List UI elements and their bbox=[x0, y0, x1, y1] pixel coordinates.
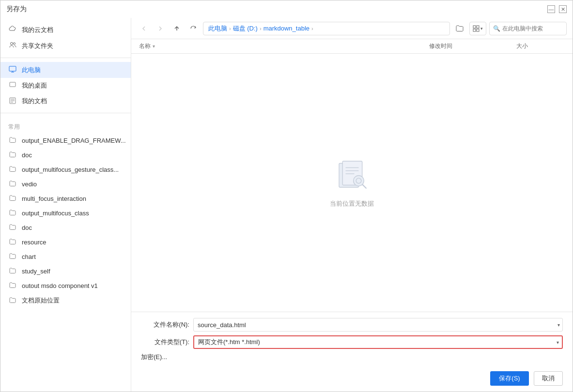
view-dropdown-arrow: ▾ bbox=[480, 26, 483, 31]
sidebar-item-doc2[interactable]: doc bbox=[0, 220, 131, 235]
svg-point-0 bbox=[11, 43, 13, 45]
svg-rect-7 bbox=[473, 29, 476, 31]
col-name: 名称 ▾ bbox=[139, 42, 429, 50]
new-folder-button[interactable] bbox=[453, 22, 466, 35]
svg-rect-6 bbox=[477, 26, 479, 28]
folder-icon-3 bbox=[8, 166, 17, 173]
filename-input-wrapper: ▾ bbox=[193, 318, 563, 332]
sidebar-item-chart[interactable]: chart bbox=[0, 249, 131, 264]
minimize-button[interactable]: — bbox=[547, 5, 555, 13]
sort-icon: ▾ bbox=[153, 44, 155, 49]
filename-label: 文件名称(N): bbox=[141, 320, 189, 329]
search-input[interactable] bbox=[489, 22, 567, 35]
title-buttons: — ✕ bbox=[547, 5, 567, 13]
address-bar[interactable]: 此电脑 › 磁盘 (D:) › markdown_table › bbox=[203, 22, 450, 35]
close-button[interactable]: ✕ bbox=[559, 5, 567, 13]
save-button[interactable]: 保存(S) bbox=[490, 371, 529, 386]
sidebar-item-output-class[interactable]: output_multifocus_class bbox=[0, 206, 131, 220]
cancel-button[interactable]: 取消 bbox=[534, 371, 563, 386]
sidebar-item-shared[interactable]: 共享文件夹 bbox=[0, 38, 131, 54]
filename-input[interactable] bbox=[193, 318, 563, 332]
sidebar-label-output-enable: output_ENABLE_DRAG_FRAMEW... bbox=[22, 137, 126, 144]
back-button[interactable] bbox=[137, 22, 151, 35]
up-button[interactable] bbox=[170, 22, 184, 35]
shared-icon bbox=[8, 41, 17, 50]
pc-icon bbox=[8, 65, 17, 75]
title-bar: 另存为 — ✕ bbox=[0, 0, 573, 18]
empty-state: 当前位置无数据 bbox=[131, 54, 573, 311]
svg-rect-2 bbox=[9, 66, 16, 71]
breadcrumb-sep-1: › bbox=[229, 26, 231, 31]
folder-icon-11 bbox=[8, 282, 17, 289]
folder-icon-10 bbox=[8, 267, 17, 275]
bottom-form: 文件名称(N): ▾ 文件类型(T): 网页文件(*.htm *.html) ▾… bbox=[131, 312, 573, 367]
save-as-dialog: 另存为 — ✕ 我的云文档 bbox=[0, 0, 573, 392]
sidebar-label-output-class: output_multifocus_class bbox=[22, 210, 89, 217]
sidebar-item-output-enable[interactable]: output_ENABLE_DRAG_FRAMEW... bbox=[0, 133, 131, 148]
sidebar-label-outout-msdo: outout msdo component v1 bbox=[22, 282, 98, 289]
column-header: 名称 ▾ 修改时间 大小 bbox=[131, 39, 573, 54]
toolbar: 此电脑 › 磁盘 (D:) › markdown_table › bbox=[131, 18, 573, 39]
sidebar-label-vedio: vedio bbox=[22, 181, 37, 188]
svg-point-1 bbox=[14, 43, 15, 45]
recent-section-label: 常用 bbox=[0, 117, 131, 133]
main-content: 我的云文档 共享文件夹 bbox=[0, 18, 573, 392]
cloud-icon bbox=[8, 25, 17, 34]
sidebar-label-desktop: 我的桌面 bbox=[22, 81, 47, 90]
sidebar-item-vedio[interactable]: vedio bbox=[0, 177, 131, 191]
sidebar-label-doc1: doc bbox=[22, 151, 32, 159]
sidebar-item-original[interactable]: 文档原始位置 bbox=[0, 293, 131, 308]
encrypt-label[interactable]: 加密(E)... bbox=[141, 353, 167, 362]
desktop-icon bbox=[8, 82, 17, 90]
sidebar-item-resource[interactable]: resource bbox=[0, 235, 131, 249]
filetype-select[interactable]: 网页文件(*.htm *.html) ▾ bbox=[193, 335, 563, 349]
sidebar-item-documents[interactable]: 我的文档 bbox=[0, 93, 131, 109]
sidebar-label-multi-focus: multi_focus_interaction bbox=[22, 195, 86, 202]
sidebar-label-documents: 我的文档 bbox=[22, 97, 47, 106]
dialog-title: 另存为 bbox=[6, 5, 547, 14]
sidebar-label-study-self: study_self bbox=[22, 268, 50, 275]
view-toggle-button[interactable]: ▾ bbox=[469, 22, 486, 35]
refresh-button[interactable] bbox=[186, 22, 200, 35]
forward-button[interactable] bbox=[154, 22, 167, 35]
folder-icon-5 bbox=[8, 195, 17, 202]
encrypt-row: 加密(E)... bbox=[141, 353, 563, 362]
breadcrumb-thispc[interactable]: 此电脑 bbox=[208, 24, 227, 33]
empty-text: 当前位置无数据 bbox=[330, 199, 374, 208]
col-modified: 修改时间 bbox=[429, 42, 516, 50]
sidebar-label-thispc: 此电脑 bbox=[22, 66, 41, 75]
sidebar-item-cloud[interactable]: 我的云文档 bbox=[0, 22, 131, 38]
folder-icon-9 bbox=[8, 253, 17, 260]
sidebar-item-output-multi[interactable]: output_multifocus_gesture_class... bbox=[0, 162, 131, 177]
sidebar-label-original: 文档原始位置 bbox=[22, 296, 60, 305]
sidebar-divider-1 bbox=[0, 58, 131, 58]
svg-line-15 bbox=[362, 184, 366, 188]
filetype-dropdown-arrow: ▾ bbox=[557, 340, 559, 345]
sidebar-item-thispc[interactable]: 此电脑 bbox=[0, 62, 131, 78]
breadcrumb-markdown[interactable]: markdown_table bbox=[263, 25, 310, 32]
filename-dropdown-arrow: ▾ bbox=[558, 322, 560, 328]
sidebar-label-doc2: doc bbox=[22, 224, 32, 231]
sidebar-label-chart: chart bbox=[22, 253, 36, 260]
filetype-label: 文件类型(T): bbox=[141, 338, 189, 347]
sidebar-item-multi-focus[interactable]: multi_focus_interaction bbox=[0, 191, 131, 206]
sidebar: 我的云文档 共享文件夹 bbox=[0, 18, 131, 392]
sidebar-item-doc1[interactable]: doc bbox=[0, 148, 131, 162]
sidebar-item-desktop[interactable]: 我的桌面 bbox=[0, 78, 131, 93]
empty-illustration bbox=[335, 157, 370, 192]
right-panel: 此电脑 › 磁盘 (D:) › markdown_table › bbox=[131, 18, 573, 392]
svg-rect-5 bbox=[473, 26, 476, 28]
sidebar-label-cloud: 我的云文档 bbox=[22, 26, 53, 34]
breadcrumb-diskd[interactable]: 磁盘 (D:) bbox=[233, 24, 258, 33]
sidebar-item-outout-msdo[interactable]: outout msdo component v1 bbox=[0, 278, 131, 293]
sidebar-divider-2 bbox=[0, 113, 131, 113]
folder-icon-1 bbox=[8, 136, 17, 144]
svg-rect-8 bbox=[477, 29, 479, 31]
filetype-row: 文件类型(T): 网页文件(*.htm *.html) ▾ bbox=[141, 335, 563, 349]
sidebar-item-study-self[interactable]: study_self bbox=[0, 264, 131, 278]
filename-row: 文件名称(N): ▾ bbox=[141, 318, 563, 332]
search-wrapper: 🔍 bbox=[489, 22, 567, 35]
sidebar-label-shared: 共享文件夹 bbox=[22, 42, 53, 50]
folder-icon-8 bbox=[8, 238, 17, 246]
folder-icon-4 bbox=[8, 180, 17, 188]
